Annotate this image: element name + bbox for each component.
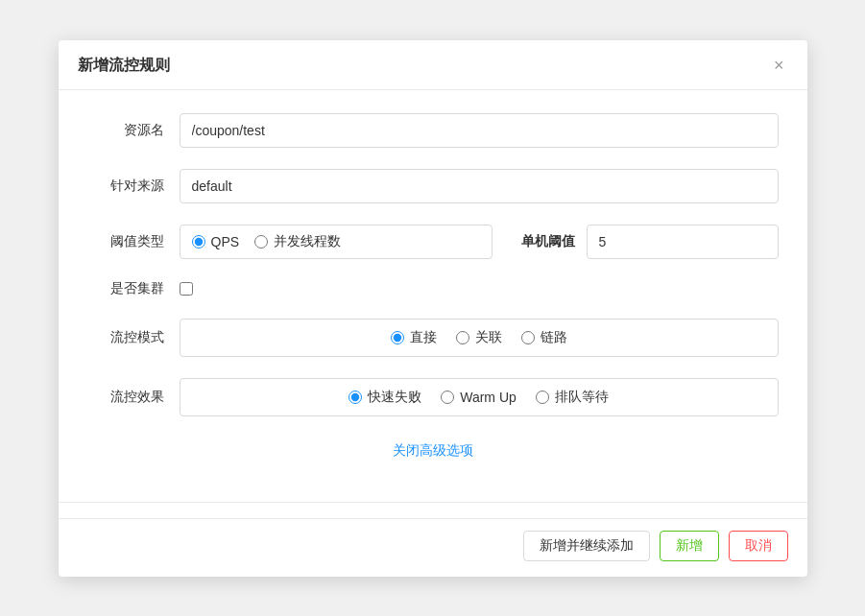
- flow-effect-row: 流控效果 快速失败 Warm Up 排队等待: [87, 378, 779, 416]
- source-label: 针对来源: [87, 178, 164, 195]
- add-continue-button[interactable]: 新增并继续添加: [523, 531, 650, 561]
- flow-mode-chain-radio[interactable]: [521, 331, 535, 344]
- flow-effect-label: 流控效果: [87, 389, 164, 406]
- flow-mode-relate-option[interactable]: 关联: [456, 329, 502, 346]
- flow-effect-box: 快速失败 Warm Up 排队等待: [180, 378, 779, 416]
- threshold-type-row: 阈值类型 QPS 并发线程数 单机阈值: [87, 225, 779, 259]
- flow-mode-chain-option[interactable]: 链路: [521, 329, 567, 346]
- resource-name-label: 资源名: [87, 122, 164, 139]
- cancel-button[interactable]: 取消: [729, 531, 788, 561]
- threshold-type-box: QPS 并发线程数: [180, 225, 493, 259]
- flow-effect-queue-option[interactable]: 排队等待: [536, 389, 609, 406]
- threshold-qps-option[interactable]: QPS: [192, 234, 240, 249]
- flow-effect-fast-fail-radio[interactable]: [348, 391, 362, 404]
- dialog-header: 新增流控规则 ×: [59, 40, 807, 90]
- resource-name-row: 资源名: [87, 113, 779, 148]
- dialog-title: 新增流控规则: [78, 56, 170, 76]
- advanced-link[interactable]: 关闭高级选项: [393, 442, 473, 458]
- threshold-qps-label: QPS: [211, 234, 240, 249]
- threshold-type-section: QPS 并发线程数 单机阈值: [180, 225, 779, 259]
- source-input[interactable]: [180, 169, 779, 203]
- flow-effect-fast-fail-option[interactable]: 快速失败: [348, 389, 421, 406]
- flow-mode-relate-label: 关联: [475, 329, 502, 346]
- dialog-footer: 新增并继续添加 新增 取消: [59, 518, 807, 577]
- threshold-thread-radio[interactable]: [254, 235, 268, 249]
- source-row: 针对来源: [87, 169, 779, 203]
- threshold-qps-radio[interactable]: [192, 235, 205, 249]
- flow-effect-warm-up-radio[interactable]: [441, 391, 454, 404]
- flow-mode-relate-radio[interactable]: [456, 331, 469, 344]
- add-button[interactable]: 新增: [660, 531, 719, 561]
- single-machine-label: 单机阈值: [521, 233, 575, 250]
- flow-effect-queue-radio[interactable]: [536, 391, 549, 404]
- footer-divider: [59, 502, 807, 503]
- cluster-checkbox[interactable]: [180, 282, 193, 296]
- threshold-thread-option[interactable]: 并发线程数: [254, 233, 341, 250]
- cluster-label: 是否集群: [87, 280, 164, 297]
- flow-mode-chain-label: 链路: [541, 329, 567, 346]
- dialog-body: 资源名 针对来源 阈值类型 QPS: [59, 90, 807, 494]
- flow-effect-fast-fail-label: 快速失败: [368, 389, 421, 406]
- cluster-checkbox-item: [180, 282, 193, 296]
- flow-effect-warm-up-option[interactable]: Warm Up: [441, 390, 517, 405]
- flow-mode-direct-option[interactable]: 直接: [391, 329, 437, 346]
- single-machine-input[interactable]: [587, 225, 779, 259]
- flow-mode-box: 直接 关联 链路: [180, 319, 779, 357]
- resource-name-input[interactable]: [180, 113, 779, 148]
- threshold-thread-label: 并发线程数: [274, 233, 341, 250]
- flow-mode-radio-group: 直接 关联 链路: [180, 329, 778, 346]
- advanced-link-section: 关闭高级选项: [87, 438, 779, 479]
- flow-effect-warm-up-label: Warm Up: [460, 390, 517, 405]
- close-button[interactable]: ×: [770, 57, 788, 74]
- cluster-row: 是否集群: [87, 280, 779, 297]
- flow-mode-direct-label: 直接: [410, 329, 437, 346]
- flow-mode-direct-radio[interactable]: [391, 331, 404, 344]
- flow-mode-row: 流控模式 直接 关联 链路: [87, 319, 779, 357]
- flow-effect-radio-group: 快速失败 Warm Up 排队等待: [180, 389, 778, 406]
- flow-effect-queue-label: 排队等待: [555, 389, 609, 406]
- threshold-type-radio-group: QPS 并发线程数: [192, 233, 342, 250]
- flow-mode-label: 流控模式: [87, 329, 164, 346]
- dialog: 新增流控规则 × 资源名 针对来源 阈值类型 QPS: [59, 40, 807, 577]
- threshold-type-label: 阈值类型: [87, 233, 164, 250]
